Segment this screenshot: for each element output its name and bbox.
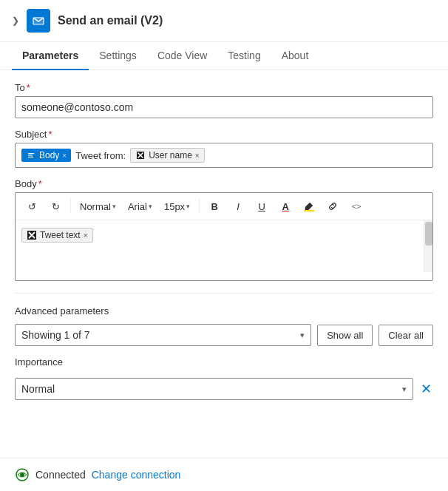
toolbar-sep-1	[70, 199, 71, 214]
svg-rect-3	[28, 155, 33, 155]
show-all-button[interactable]: Show all	[317, 325, 373, 346]
subject-field-group: Subject* Body × Tweet from:	[15, 129, 433, 168]
italic-button[interactable]: I	[228, 196, 248, 217]
username-tag-text: User name	[149, 150, 192, 160]
highlight-button[interactable]	[299, 196, 319, 217]
connected-icon	[15, 467, 30, 482]
change-connection-link[interactable]: Change connection	[92, 469, 181, 481]
subject-tag-body: Body ×	[21, 149, 71, 162]
tab-bar: Parameters Settings Code View Testing Ab…	[0, 42, 448, 70]
connected-status: Connected	[35, 469, 86, 481]
username-tag-close[interactable]: ×	[195, 152, 200, 160]
section-divider	[15, 293, 433, 294]
body-field-group: Body* ↺ ↻ Normal ▾ Arial ▾	[15, 178, 433, 281]
importance-field-group: Importance Normal ▾ ✕	[15, 356, 433, 400]
scrollbar-thumb	[425, 222, 432, 246]
advanced-params-group: Advanced parameters Showing 1 of 7 ▾ Sho…	[15, 305, 433, 346]
tab-settings[interactable]: Settings	[89, 42, 147, 70]
importance-chevron-icon: ▾	[402, 385, 407, 394]
back-chevron[interactable]: ❯	[12, 16, 19, 26]
advanced-params-label: Advanced parameters	[15, 305, 433, 316]
size-dropdown[interactable]: 15px ▾	[160, 200, 194, 214]
body-tag-close[interactable]: ×	[62, 152, 67, 160]
size-chevron: ▾	[186, 203, 190, 210]
importance-label: Importance	[15, 356, 433, 368]
to-input[interactable]	[15, 96, 433, 118]
svg-rect-4	[28, 157, 33, 158]
body-tweet-tag-close[interactable]: ×	[84, 231, 88, 240]
editor-content-area[interactable]: Tweet text ×	[16, 220, 432, 272]
svg-rect-2	[28, 153, 34, 154]
clear-all-button[interactable]: Clear all	[379, 325, 433, 346]
to-label: To*	[15, 82, 433, 93]
tweet-from-prefix: Tweet from:	[75, 150, 126, 161]
body-tag-icon	[26, 150, 36, 160]
body-tag-text: Body	[39, 150, 59, 160]
code-button[interactable]: <>	[346, 196, 367, 217]
link-button[interactable]	[322, 196, 343, 217]
header: ❯ Send an email (V2)	[0, 0, 448, 42]
subject-tag-username: User name ×	[130, 148, 205, 163]
tab-parameters[interactable]: Parameters	[12, 42, 89, 70]
importance-clear-button[interactable]: ✕	[419, 379, 433, 399]
editor-scrollbar[interactable]	[424, 220, 432, 272]
page-title: Send an email (V2)	[58, 14, 163, 27]
subject-input[interactable]: Body × Tweet from: User name ×	[15, 143, 433, 168]
style-dropdown[interactable]: Normal ▾	[75, 200, 121, 214]
tab-code-view[interactable]: Code View	[147, 42, 217, 70]
undo-button[interactable]: ↺	[21, 196, 42, 217]
redo-button[interactable]: ↻	[45, 196, 66, 217]
body-editor: ↺ ↻ Normal ▾ Arial ▾ 15px ▾	[15, 192, 433, 281]
editor-toolbar: ↺ ↻ Normal ▾ Arial ▾ 15px ▾	[16, 193, 432, 220]
importance-value: Normal	[21, 383, 55, 395]
x-tag-icon	[135, 150, 146, 160]
font-chevron: ▾	[149, 203, 152, 210]
showing-chevron-icon: ▾	[300, 331, 305, 340]
text-color-button[interactable]: A	[275, 196, 296, 217]
underline-button[interactable]: U	[251, 196, 272, 217]
tab-testing[interactable]: Testing	[217, 42, 271, 70]
subject-label: Subject*	[15, 129, 433, 140]
showing-text: Showing 1 of 7	[21, 329, 90, 341]
importance-row: Normal ▾ ✕	[15, 378, 433, 400]
toolbar-sep-2	[199, 199, 200, 214]
tab-about[interactable]: About	[271, 42, 319, 70]
to-field-group: To*	[15, 82, 433, 118]
footer: Connected Change connection	[0, 458, 448, 491]
app-icon	[27, 9, 50, 33]
svg-rect-6	[304, 210, 314, 211]
body-x-icon	[27, 230, 37, 240]
body-tweet-text: Tweet text	[40, 230, 81, 240]
bold-button[interactable]: B	[204, 196, 225, 217]
main-content: To* Subject* Body × Tweet from	[0, 70, 448, 422]
style-chevron: ▾	[112, 203, 116, 210]
font-dropdown[interactable]: Arial ▾	[123, 200, 157, 214]
body-label: Body*	[15, 178, 433, 189]
showing-dropdown[interactable]: Showing 1 of 7 ▾	[15, 324, 311, 346]
body-tweet-tag: Tweet text ×	[21, 228, 93, 243]
advanced-params-row: Showing 1 of 7 ▾ Show all Clear all	[15, 324, 433, 346]
importance-dropdown[interactable]: Normal ▾	[15, 378, 413, 400]
